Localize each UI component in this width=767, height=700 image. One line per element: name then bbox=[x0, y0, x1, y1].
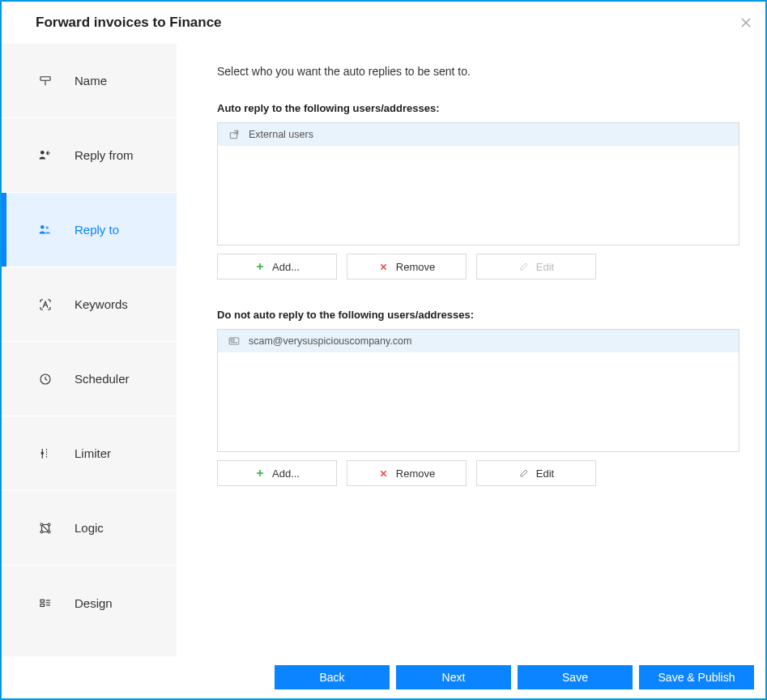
button-label: Add... bbox=[272, 467, 300, 480]
sidebar-item-logic[interactable]: Logic bbox=[2, 491, 177, 566]
sidebar-item-replyto[interactable]: Reply to bbox=[2, 193, 177, 267]
sidebar-item-label: Name bbox=[75, 74, 107, 88]
sidebar-item-label: Design bbox=[75, 596, 113, 610]
svg-rect-7 bbox=[41, 451, 44, 454]
sidebar-item-design[interactable]: Design bbox=[2, 566, 177, 640]
button-label: Add... bbox=[272, 261, 300, 273]
button-label: Remove bbox=[396, 261, 435, 273]
sidebar-item-scheduler[interactable]: Scheduler bbox=[2, 342, 177, 416]
titlebar: Forward invoices to Finance bbox=[2, 2, 765, 44]
button-label: Edit bbox=[536, 467, 554, 480]
remove-button[interactable]: Remove bbox=[347, 460, 467, 486]
sidebar-item-replyfrom[interactable]: Reply from bbox=[2, 118, 177, 193]
sidebar-item-label: Logic bbox=[75, 521, 104, 535]
save-publish-button[interactable]: Save & Publish bbox=[639, 665, 754, 689]
clock-icon bbox=[37, 371, 53, 387]
svg-rect-20 bbox=[231, 339, 234, 341]
sidebar-item-label: Reply from bbox=[75, 148, 134, 162]
pencil-icon bbox=[518, 467, 530, 479]
sidebar: Name Reply from bbox=[2, 44, 177, 656]
svg-point-3 bbox=[40, 225, 45, 229]
next-button[interactable]: Next bbox=[396, 665, 511, 689]
close-icon bbox=[739, 16, 752, 29]
dialog-body: Name Reply from bbox=[2, 44, 765, 656]
reply-from-icon bbox=[37, 147, 53, 164]
svg-point-2 bbox=[40, 151, 45, 155]
edit-button[interactable]: Edit bbox=[476, 460, 596, 486]
x-icon bbox=[378, 261, 390, 272]
button-label: Edit bbox=[536, 261, 554, 273]
include-button-row: Add... Remove Edit bbox=[217, 254, 739, 280]
list-item[interactable]: External users bbox=[218, 123, 739, 146]
x-icon bbox=[378, 467, 390, 479]
back-button[interactable]: Back bbox=[275, 665, 390, 689]
sidebar-item-label: Keywords bbox=[75, 297, 128, 311]
external-users-icon bbox=[228, 128, 241, 141]
svg-rect-14 bbox=[40, 604, 45, 607]
close-button[interactable] bbox=[736, 13, 756, 32]
include-listbox[interactable]: External users bbox=[217, 122, 739, 245]
svg-point-11 bbox=[40, 531, 43, 533]
add-button[interactable]: Add... bbox=[217, 254, 337, 280]
add-button[interactable]: Add... bbox=[217, 460, 337, 486]
sidebar-item-name[interactable]: Name bbox=[2, 44, 177, 118]
include-section-label: Auto reply to the following users/addres… bbox=[217, 102, 739, 114]
dialog-window: Forward invoices to Finance Name bbox=[0, 0, 767, 700]
pencil-icon bbox=[518, 261, 530, 272]
intro-text: Select who you want the auto replies to … bbox=[217, 65, 739, 78]
button-label: Remove bbox=[396, 467, 435, 480]
save-button[interactable]: Save bbox=[518, 665, 633, 689]
sidebar-item-keywords[interactable]: Keywords bbox=[2, 267, 177, 342]
svg-point-9 bbox=[40, 523, 43, 526]
logic-icon bbox=[37, 520, 53, 536]
list-item-label: External users bbox=[249, 129, 313, 140]
limiter-icon bbox=[37, 446, 53, 462]
reply-to-icon bbox=[37, 222, 53, 238]
plus-icon bbox=[254, 467, 266, 479]
main-panel: Select who you want the auto replies to … bbox=[177, 44, 765, 656]
edit-button: Edit bbox=[476, 254, 596, 280]
svg-point-10 bbox=[48, 523, 50, 526]
design-icon bbox=[37, 595, 53, 611]
plus-icon bbox=[254, 261, 266, 272]
svg-rect-13 bbox=[40, 600, 45, 602]
sidebar-item-label: Scheduler bbox=[75, 372, 130, 386]
sidebar-item-label: Limiter bbox=[75, 446, 111, 460]
email-icon bbox=[228, 335, 241, 348]
footer: Back Next Save Save & Publish bbox=[2, 656, 765, 698]
keywords-icon bbox=[37, 297, 53, 313]
remove-button[interactable]: Remove bbox=[347, 254, 467, 280]
list-item-label: scam@verysuspiciouscompany.com bbox=[249, 335, 411, 347]
exclude-section-label: Do not auto reply to the following users… bbox=[217, 309, 739, 321]
svg-rect-0 bbox=[40, 76, 50, 80]
sidebar-item-limiter[interactable]: Limiter bbox=[2, 416, 177, 491]
dialog-title: Forward invoices to Finance bbox=[36, 15, 222, 31]
svg-point-4 bbox=[46, 226, 49, 228]
sidebar-item-label: Reply to bbox=[75, 223, 119, 237]
exclude-button-row: Add... Remove Edit bbox=[217, 460, 739, 486]
svg-point-12 bbox=[48, 531, 50, 533]
pin-icon bbox=[37, 73, 53, 89]
list-item[interactable]: scam@verysuspiciouscompany.com bbox=[218, 330, 739, 352]
svg-rect-18 bbox=[230, 133, 236, 139]
exclude-listbox[interactable]: scam@verysuspiciouscompany.com bbox=[217, 329, 739, 452]
